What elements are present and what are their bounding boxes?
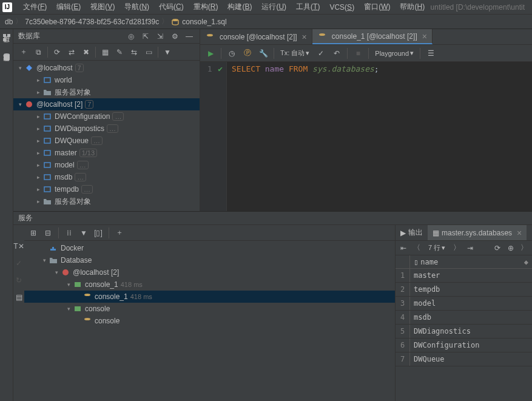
service-console[interactable]: console [24,303,395,315]
chevron-right-icon[interactable] [34,174,42,180]
cell-value[interactable]: DWQueue [410,355,532,363]
crumb-file[interactable]: console_1.sql [171,18,226,26]
cell-value[interactable]: DWDiagnostics [410,327,532,335]
chevron-right-icon[interactable]: 〉 [520,243,528,253]
table-corner[interactable] [396,255,410,268]
wrench-icon[interactable]: 🔧 [257,47,270,60]
chevron-down-icon[interactable] [52,269,61,275]
table-icon[interactable]: ▦ [98,45,112,59]
crumb-root[interactable]: db [5,18,13,26]
layout-icon[interactable]: ▤ [13,292,24,303]
tree-server-objects[interactable]: 服务器对象 [13,86,200,98]
cell-value[interactable]: model [410,299,532,308]
editor-tab-console1[interactable]: console_1 [@localhost [2]] × [312,29,433,44]
menu-view[interactable]: 视图(V) [86,2,120,12]
database-strip-icon[interactable] [2,52,12,62]
stop-icon[interactable]: ■ [351,47,365,60]
menu-vcs[interactable]: VCS(S) [325,3,359,12]
chevron-right-icon[interactable] [34,77,42,83]
chevron-down-icon[interactable] [40,257,49,263]
output-tab[interactable]: ▶ 输出 [396,225,428,240]
next-page-icon[interactable]: 〉 [453,243,461,253]
service-console-result[interactable]: console [24,315,395,327]
tree-database-item[interactable]: model… [13,159,200,171]
console-icon[interactable]: ▭ [142,45,155,59]
service-docker[interactable]: Docker [24,242,395,254]
menu-navigate[interactable]: 导航(N) [120,2,154,12]
tree-database-item[interactable]: tempdb… [13,183,200,195]
close-icon[interactable]: × [302,32,307,42]
chevron-down-icon[interactable] [64,281,73,288]
prev-page-icon[interactable]: 〈 [412,243,421,253]
menu-file[interactable]: 文件(F) [18,2,52,12]
tree-database-item[interactable]: DWDiagnostics… [13,123,200,135]
tree-database-item[interactable]: msdb… [13,171,200,183]
tree-database-item[interactable]: DWConfiguration… [13,110,200,123]
last-page-icon[interactable]: ⇥ [466,244,474,252]
tree-server-objects-2[interactable]: 服务器对象 [13,195,200,207]
filter-icon[interactable]: ▼ [161,45,174,59]
chevron-right-icon[interactable] [34,150,42,156]
collapse-all-icon[interactable]: ⊟ [42,227,53,238]
duplicate-icon[interactable]: ⧉ [32,45,45,59]
chevron-right-icon[interactable] [34,198,42,204]
first-page-icon[interactable]: ⇤ [399,244,408,252]
table-row[interactable]: 1master [396,269,532,283]
chevron-down-icon[interactable] [16,65,24,71]
edit-icon[interactable]: ✎ [113,45,126,59]
tree-database-item[interactable]: DWQueue… [13,135,200,147]
menu-tools[interactable]: 工具(T) [291,2,325,12]
editor-tab-console[interactable]: console [@localhost [2]] × [200,29,312,44]
close-icon[interactable]: × [422,32,427,41]
rows-count[interactable]: 7 行 ▾ [426,243,448,252]
explain-icon[interactable]: Ⓟ [241,47,254,60]
close-icon[interactable]: × [517,228,522,238]
history-icon[interactable]: ◷ [225,47,238,60]
table-row[interactable]: 7DWQueue [396,352,532,366]
service-database[interactable]: Database [24,254,395,266]
menu-build[interactable]: 构建(B) [223,2,257,12]
run-icon[interactable]: ▶ [204,47,217,60]
tree-host-2[interactable]: @localhost [2] 7 [13,98,200,110]
stop-sync-icon[interactable]: ✖ [79,45,93,59]
settings-icon[interactable]: ☰ [424,47,437,60]
service-host[interactable]: @localhost [2] [24,266,395,278]
sort-icon[interactable]: ◆ [524,258,528,266]
menu-run[interactable]: 运行(U) [257,2,291,12]
chevron-right-icon[interactable] [34,186,42,192]
left-tab-project[interactable]: 项目 [2,44,11,51]
target-icon[interactable]: ◎ [126,31,136,42]
diff-icon[interactable]: ⇆ [127,45,141,59]
crumb-folder[interactable]: 7c350ebe-8796-4738-bf25-63c7d281f39c [25,18,159,26]
cell-value[interactable]: msdb [410,313,532,322]
service-console1-result[interactable]: console_1 418 ms [24,291,395,303]
hide-icon[interactable]: — [184,31,195,42]
chevron-right-icon[interactable] [34,113,42,120]
menu-refactor[interactable]: 重构(R) [189,2,223,12]
menu-help[interactable]: 帮助(H) [395,2,429,12]
zoom-icon[interactable]: ⊕ [507,244,515,252]
service-console1[interactable]: console_1 418 ms [24,278,395,291]
chevron-right-icon[interactable] [34,162,42,168]
check-icon[interactable]: ✓ [13,258,24,269]
gear-icon[interactable]: ⚙ [169,31,180,42]
add-icon[interactable]: ＋ [17,45,30,59]
rerun-icon[interactable]: ↻ [13,275,24,286]
filter-icon[interactable]: ▼ [78,227,89,238]
sync-icon[interactable]: ⇄ [65,45,78,59]
data-tab[interactable]: ▦ master.sys.databases × [428,225,527,240]
chevron-right-icon[interactable] [34,126,42,132]
menu-code[interactable]: 代码(C) [154,2,189,12]
left-tab-database[interactable]: 数据库 [2,63,11,70]
commit-icon[interactable]: ✓ [314,47,328,60]
expand-all-icon[interactable]: ⊞ [28,227,39,238]
tree-host-1[interactable]: @localhost 7 [13,62,200,74]
menu-edit[interactable]: 编辑(E) [52,2,86,12]
view-icon[interactable]: [▯] [93,227,104,238]
chevron-right-icon[interactable] [34,138,42,144]
chevron-down-icon[interactable] [64,306,73,312]
column-header-name[interactable]: ▯ name ◆ [410,258,532,266]
cell-value[interactable]: tempdb [410,285,532,294]
table-row[interactable]: 6DWConfiguration [396,339,532,352]
rollback-icon[interactable]: ↶ [330,47,343,60]
